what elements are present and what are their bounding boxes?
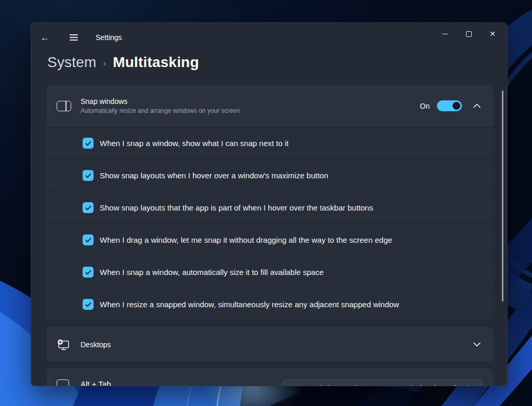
desktops-title: Desktops [81,340,462,349]
chevron-up-icon[interactable] [473,103,481,108]
snap-option-label: When I drag a window, let me snap it wit… [100,235,392,244]
alt-tab-icon [57,379,69,386]
checkbox-checked[interactable] [83,299,94,310]
snap-option-row[interactable]: When I snap a window, show what I can sn… [46,127,493,159]
maximize-button[interactable] [457,23,481,45]
snap-option-label: Show snap layouts that the app is part o… [100,203,373,212]
page-title: Multitasking [113,54,199,71]
snap-option-label: When I snap a window, automatically size… [100,268,324,277]
breadcrumb-system-link[interactable]: System [47,54,97,71]
snap-option-row[interactable]: When I drag a window, let me snap it wit… [46,224,493,256]
back-button[interactable]: ← [35,29,54,46]
toggle-state-label: On [420,102,430,110]
chevron-down-icon[interactable] [473,342,481,347]
back-arrow-icon: ← [40,32,49,43]
toggle-knob [453,102,460,110]
vertical-scrollbar[interactable] [502,90,503,302]
desktops-icon [57,338,79,351]
close-button[interactable]: ✕ [481,23,504,45]
minimize-button[interactable] [433,23,457,45]
app-title: Settings [96,33,122,42]
caption-buttons: ✕ [433,23,504,45]
snap-option-row[interactable]: When I snap a window, automatically size… [46,256,493,288]
snap-windows-title: Snap windows [81,97,420,106]
settings-window: ← Settings ✕ System › Multitasking [31,22,508,386]
snap-option-label: When I resize a snapped window, simultan… [100,300,399,309]
snap-option-row[interactable]: Show snap layouts when I hover over a wi… [46,159,493,191]
snap-option-label: When I snap a window, show what I can sn… [100,139,289,148]
breadcrumb-separator-icon: › [103,58,107,69]
snap-option-row[interactable]: When I resize a snapped window, simultan… [46,288,493,320]
snap-option-row[interactable]: Show snap layouts that the app is part o… [46,191,493,224]
navigation-menu-button[interactable] [64,29,83,46]
alt-tab-title: Alt + Tab [81,379,111,386]
checkbox-checked[interactable] [83,267,94,278]
alt-tab-card[interactable]: Alt + Tab Open windows and 5 most recent… [46,369,493,386]
checkbox-checked[interactable] [83,202,94,213]
snap-windows-icon [57,101,79,111]
checkbox-checked[interactable] [83,170,94,181]
minimize-icon [442,34,448,34]
breadcrumb: System › Multitasking [47,54,199,71]
snap-option-label: Show snap layouts when I hover over a wi… [100,171,328,180]
hamburger-icon [70,34,78,35]
checkbox-checked[interactable] [83,138,94,149]
snap-windows-subtitle: Automatically resize and arrange windows… [81,107,420,114]
settings-content: Snap windows Automatically resize and ar… [46,85,493,386]
desktops-card[interactable]: Desktops [46,327,493,362]
titlebar: ← Settings ✕ [31,23,507,52]
close-icon: ✕ [489,30,496,38]
snap-windows-expander-header[interactable]: Snap windows Automatically resize and ar… [46,85,493,127]
maximize-icon [466,31,472,37]
snap-windows-card: Snap windows Automatically resize and ar… [46,85,493,320]
checkbox-checked[interactable] [83,234,94,245]
alt-tab-dropdown[interactable]: Open windows and 5 most recent tabs in M… [283,379,483,386]
desktop: ← Settings ✕ System › Multitasking [0,0,532,406]
snap-windows-toggle[interactable] [437,100,462,111]
